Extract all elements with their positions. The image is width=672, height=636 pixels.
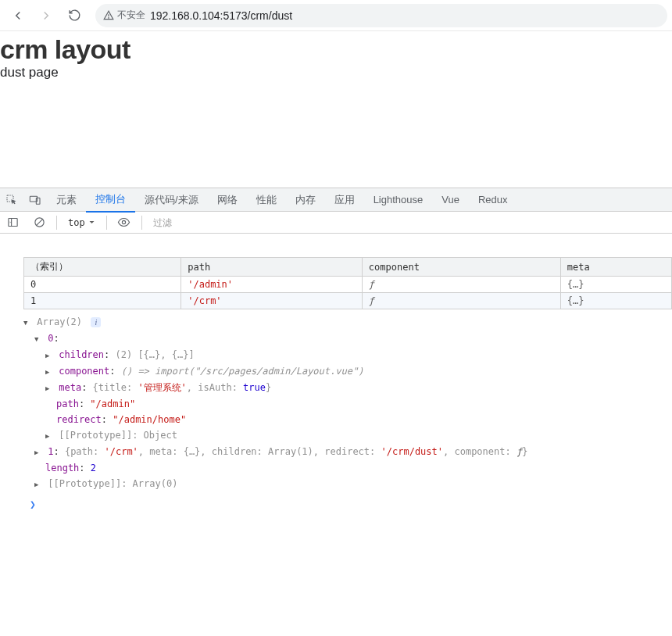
key: [[Prototype]] — [48, 478, 121, 489]
cell-index: 0 — [24, 277, 181, 293]
svg-line-8 — [36, 219, 43, 226]
reload-button[interactable] — [61, 4, 88, 27]
th-index: （索引） — [24, 258, 181, 277]
chevron-down-icon — [88, 219, 95, 226]
page-heading: crm layout — [0, 34, 672, 65]
svg-point-1 — [109, 17, 109, 18]
value: (2) [{…}, {…}] — [115, 349, 194, 360]
tree-leaf[interactable]: length: 2 — [45, 460, 672, 476]
cell-path: '/crm' — [181, 293, 363, 309]
security-label: 不安全 — [117, 9, 145, 22]
url-text: 192.168.0.104:5173/crm/dust — [150, 9, 292, 22]
console-body: （索引） path component meta 0 '/admin' ƒ {…… — [0, 234, 672, 636]
value: {title: '管理系统', isAuth: true} — [93, 382, 272, 393]
value: Array(0) — [133, 478, 178, 489]
back-button[interactable] — [5, 4, 31, 27]
tab-elements[interactable]: 元素 — [47, 188, 86, 212]
value: "/admin" — [90, 398, 135, 409]
context-label: top — [68, 217, 85, 228]
caret-icon[interactable] — [34, 476, 42, 492]
tree-node[interactable]: component: () => import("/src/pages/admi… — [45, 363, 672, 380]
address-bar[interactable]: 不安全 192.168.0.104:5173/crm/dust — [95, 4, 667, 27]
cell-meta: {…} — [560, 293, 671, 309]
caret-icon[interactable] — [45, 427, 53, 444]
page-subheading: dust page — [0, 65, 672, 80]
caret-icon[interactable] — [45, 380, 53, 396]
tree-node[interactable]: 1: {path: '/crm', meta: {…}, children: A… — [34, 444, 672, 460]
svg-point-9 — [123, 220, 126, 223]
tree-node[interactable]: children: (2) [{…}, {…}] — [45, 347, 672, 363]
table-header-row: （索引） path component meta — [24, 258, 672, 277]
value: "/admin/home" — [113, 414, 186, 425]
tree-leaf[interactable]: path: "/admin" — [56, 396, 672, 412]
caret-icon[interactable] — [34, 444, 42, 460]
caret-icon[interactable] — [45, 363, 53, 380]
tree-root[interactable]: Array(2) i — [23, 314, 672, 331]
value: {path: '/crm', meta: {…}, children: Arra… — [65, 446, 527, 457]
th-meta: meta — [560, 258, 671, 277]
cell-component: ƒ — [362, 277, 560, 293]
tab-sources[interactable]: 源代码/来源 — [135, 188, 208, 212]
table-row[interactable]: 1 '/crm' ƒ {…} — [24, 293, 672, 309]
console-toolbar: top — [0, 212, 672, 234]
key: children — [59, 349, 104, 360]
cell-path: '/admin' — [181, 277, 363, 293]
warning-icon — [103, 10, 114, 21]
key: [[Prototype]] — [59, 430, 132, 441]
devtools-tabbar: 元素 控制台 源代码/来源 网络 性能 内存 应用 Lighthouse Vue… — [0, 188, 672, 212]
tree-node[interactable]: meta: {title: '管理系统', isAuth: true} — [45, 380, 672, 396]
console-table: （索引） path component meta 0 '/admin' ƒ {…… — [23, 257, 672, 309]
page-content: crm layout dust page — [0, 31, 672, 188]
object-tree: Array(2) i 0: children: (2) [{…}, {…}] c… — [23, 314, 672, 492]
tab-vue[interactable]: Vue — [432, 188, 469, 212]
svg-rect-5 — [8, 219, 16, 227]
tree-node[interactable]: [[Prototype]]: Object — [45, 427, 672, 444]
browser-toolbar: 不安全 192.168.0.104:5173/crm/dust — [0, 0, 672, 31]
tree-leaf[interactable]: redirect: "/admin/home" — [56, 412, 672, 427]
table-row[interactable]: 0 '/admin' ƒ {…} — [24, 277, 672, 293]
tree-node[interactable]: 0: — [34, 331, 672, 347]
tab-performance[interactable]: 性能 — [247, 188, 286, 212]
svg-rect-4 — [36, 198, 40, 204]
filter-input[interactable] — [150, 217, 669, 228]
cell-index: 1 — [24, 293, 181, 309]
value: 2 — [91, 463, 96, 473]
caret-icon[interactable] — [23, 314, 31, 331]
cell-component: ƒ — [362, 293, 560, 309]
console-prompt[interactable]: ❯ — [23, 492, 672, 510]
tab-lighthouse[interactable]: Lighthouse — [364, 188, 433, 212]
caret-icon[interactable] — [45, 347, 53, 363]
context-select[interactable]: top — [65, 217, 98, 228]
key: component — [59, 366, 109, 377]
value: () => import("/src/pages/admin/Layout.vu… — [121, 366, 364, 377]
th-component: component — [362, 258, 560, 277]
security-badge[interactable]: 不安全 — [103, 9, 145, 22]
key: length — [45, 463, 79, 473]
tab-redux[interactable]: Redux — [469, 188, 517, 212]
devtools-panel: 元素 控制台 源代码/来源 网络 性能 内存 应用 Lighthouse Vue… — [0, 188, 672, 636]
caret-icon[interactable] — [34, 331, 42, 347]
key: redirect — [56, 414, 102, 425]
tab-console[interactable]: 控制台 — [86, 188, 135, 213]
sidebar-toggle-icon[interactable] — [3, 213, 22, 232]
tab-application[interactable]: 应用 — [325, 188, 364, 212]
device-icon[interactable] — [23, 188, 47, 212]
tab-network[interactable]: 网络 — [208, 188, 247, 212]
value: Object — [144, 430, 177, 441]
clear-console-icon[interactable] — [30, 213, 48, 232]
tab-memory[interactable]: 内存 — [286, 188, 325, 212]
root-label: Array(2) — [37, 316, 82, 327]
info-icon[interactable]: i — [91, 317, 101, 327]
th-path: path — [181, 258, 363, 277]
cell-meta: {…} — [560, 277, 671, 293]
key: meta — [59, 382, 81, 393]
prompt-caret: ❯ — [30, 498, 36, 510]
tree-node[interactable]: [[Prototype]]: Array(0) — [34, 476, 672, 492]
key: path — [56, 398, 79, 409]
forward-button[interactable] — [33, 4, 59, 27]
eye-icon[interactable] — [115, 213, 134, 232]
inspect-icon[interactable] — [0, 188, 23, 212]
